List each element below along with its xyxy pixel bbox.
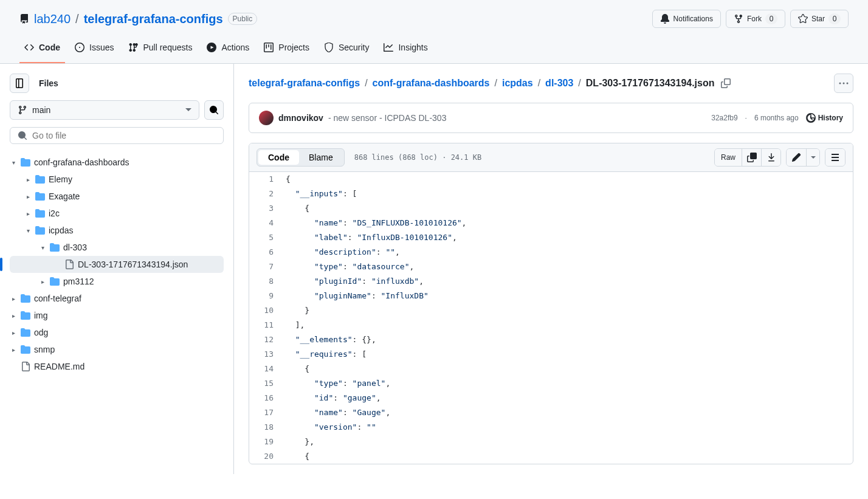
repo-header: lab240 / telegraf-grafana-configs Public… [0, 0, 868, 64]
tree-item-pm3112[interactable]: ▸pm3112 [10, 273, 224, 290]
tree-item-README-md[interactable]: README.md [10, 358, 224, 375]
code-line: 3 { [249, 201, 853, 216]
commit-hash[interactable]: 32a2fb9 [711, 114, 737, 122]
fork-label: Fork [747, 13, 762, 25]
star-icon [798, 14, 808, 24]
visibility-badge: Public [228, 13, 258, 25]
code-line: 18 "version": "" [249, 420, 853, 435]
tree-item-conf-grafana-dashboards[interactable]: ▾conf-grafana-dashboards [10, 154, 224, 171]
commit-author[interactable]: dmnovikov [278, 113, 323, 123]
tree-item-img[interactable]: ▸img [10, 307, 224, 324]
svg-point-2 [847, 83, 849, 84]
code-line: 9 "pluginName": "InfluxDB" [249, 289, 853, 303]
code-view[interactable]: 1{2 "__inputs": [3 {4 "name": "DS_INFLUX… [249, 172, 853, 464]
repo-title: lab240 / telegraf-grafana-configs Public [19, 12, 257, 26]
commit-time: 6 months ago [754, 114, 799, 122]
issues-icon [75, 43, 84, 52]
history-icon [806, 113, 816, 123]
repo-actions: Notifications Fork 0 Star 0 [652, 10, 849, 28]
download-raw-button[interactable] [761, 149, 780, 166]
code-blame-toggle: Code Blame [257, 148, 345, 167]
file-meta: 868 lines (868 loc) · 24.1 KB [354, 153, 482, 162]
tab-insights[interactable]: Insights [379, 38, 432, 63]
copy-path-button[interactable] [721, 78, 731, 88]
code-line: 1{ [249, 172, 853, 187]
tab-actions[interactable]: Actions [202, 38, 254, 63]
tab-issues-label: Issues [89, 43, 114, 52]
fork-count: 0 [765, 13, 777, 24]
code-line: 12 "__elements": {}, [249, 332, 853, 347]
tab-insights-label: Insights [398, 43, 427, 52]
notifications-button[interactable]: Notifications [652, 10, 721, 28]
tab-pulls[interactable]: Pull requests [123, 38, 197, 63]
code-line: 13 "__requires": [ [249, 347, 853, 362]
fork-button[interactable]: Fork 0 [726, 10, 785, 28]
tab-security[interactable]: Security [319, 38, 374, 63]
tree-item-Elemy[interactable]: ▸Elemy [10, 171, 224, 188]
code-toggle-button[interactable]: Code [258, 150, 299, 165]
caret-down-icon [185, 108, 191, 112]
tree-item-Exagate[interactable]: ▸Exagate [10, 188, 224, 205]
breadcrumb-segment: DL-303-1717671343194.json [586, 78, 715, 89]
go-to-file-input[interactable] [32, 131, 216, 140]
symbols-button[interactable] [825, 149, 845, 166]
repo-link[interactable]: telegraf-grafana-configs [84, 12, 223, 26]
code-line: 19 }, [249, 435, 853, 449]
copy-raw-button[interactable] [742, 149, 761, 166]
go-to-file-search[interactable] [10, 127, 224, 144]
projects-icon [264, 43, 274, 52]
kebab-icon [839, 82, 849, 84]
code-line: 5 "label": "InfluxDB-101010126", [249, 230, 853, 245]
tree-item-snmp[interactable]: ▸snmp [10, 341, 224, 358]
history-label: History [818, 114, 843, 122]
edit-button[interactable] [787, 149, 806, 166]
repo-icon [19, 14, 29, 24]
breadcrumb: telegraf-grafana-configs/conf-grafana-da… [249, 78, 731, 89]
code-line: 4 "name": "DS_INFLUXDB-101010126", [249, 216, 853, 230]
tab-projects-label: Projects [278, 43, 309, 52]
breadcrumb-segment[interactable]: conf-grafana-dashboards [373, 78, 490, 89]
blame-toggle-button[interactable]: Blame [299, 150, 343, 165]
security-icon [324, 43, 334, 52]
collapse-sidebar-button[interactable] [10, 74, 29, 93]
tab-security-label: Security [339, 43, 370, 52]
commit-message[interactable]: - new sensor - ICPDAS DL-303 [328, 113, 447, 123]
breadcrumb-segment[interactable]: dl-303 [545, 78, 573, 89]
star-button[interactable]: Star 0 [790, 10, 849, 28]
notifications-label: Notifications [673, 13, 713, 25]
code-line: 15 "type": "panel", [249, 376, 853, 391]
tree-item-i2c[interactable]: ▸i2c [10, 205, 224, 222]
repo-tabs: Code Issues Pull requests Actions Projec… [19, 38, 849, 63]
tab-projects[interactable]: Projects [259, 38, 314, 63]
tree-item-DL-303-1717671343194-json[interactable]: DL-303-1717671343194.json [10, 256, 224, 273]
tab-issues[interactable]: Issues [70, 38, 119, 63]
history-button[interactable]: History [806, 113, 843, 123]
file-box: Code Blame 868 lines (868 loc) · 24.1 KB… [249, 143, 853, 464]
star-count: 0 [828, 13, 841, 24]
tree-item-odg[interactable]: ▸odg [10, 324, 224, 341]
latest-commit-bar: dmnovikov - new sensor - ICPDAS DL-303 3… [249, 103, 853, 133]
tab-actions-label: Actions [221, 43, 249, 52]
insights-icon [384, 43, 393, 52]
search-tree-button[interactable] [204, 100, 224, 120]
list-icon [830, 153, 840, 162]
bell-icon [660, 14, 670, 24]
breadcrumb-segment[interactable]: icpdas [502, 78, 533, 89]
author-avatar[interactable] [259, 111, 274, 125]
owner-link[interactable]: lab240 [34, 12, 71, 26]
tree-item-dl-303[interactable]: ▾dl-303 [10, 239, 224, 256]
edit-dropdown-button[interactable] [806, 149, 819, 166]
sidebar-title: Files [39, 78, 58, 88]
tab-code[interactable]: Code [19, 38, 65, 63]
branch-select[interactable]: main [10, 100, 199, 120]
raw-button[interactable]: Raw [715, 149, 742, 166]
code-line: 7 "type": "datasource", [249, 260, 853, 274]
tree-item-conf-telegraf[interactable]: ▸conf-telegraf [10, 290, 224, 307]
tree-item-icpdas[interactable]: ▾icpdas [10, 222, 224, 239]
code-line: 8 "pluginId": "influxdb", [249, 274, 853, 289]
branch-icon [18, 105, 27, 115]
file-tree-sidebar: Files main ▾conf-grafana-dashboards▸Elem… [0, 64, 234, 474]
more-options-button[interactable] [834, 74, 853, 93]
breadcrumb-segment[interactable]: telegraf-grafana-configs [249, 78, 360, 89]
file-toolbar: Code Blame 868 lines (868 loc) · 24.1 KB… [249, 143, 853, 172]
